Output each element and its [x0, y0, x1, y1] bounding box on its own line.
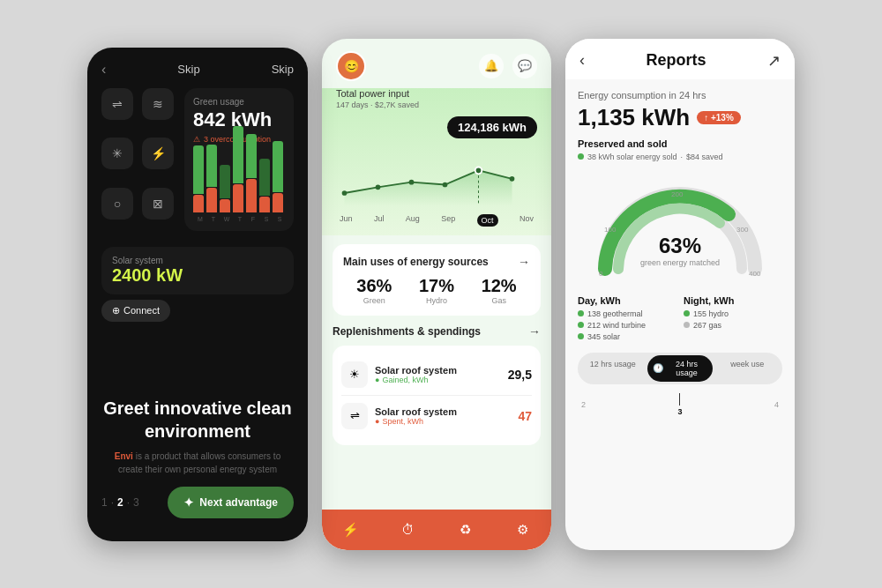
pagination-row: 1 · 2 · 3 ✦ Next advantage	[101, 487, 294, 518]
icon-waves[interactable]: ≋	[142, 88, 174, 120]
nav-bolt[interactable]: ⚡	[338, 517, 364, 543]
screen-1: ‹ Skip Skip ⇌ ≋ ✳ ⚡ ○ ⊠ Green usage 842 …	[87, 48, 308, 541]
wind-label: 212 wind turbine	[587, 321, 646, 330]
month-labels: Jun Jul Aug Sep Oct Nov	[336, 214, 537, 227]
bar-chart	[193, 151, 285, 212]
next-button[interactable]: ✦ Next advantage	[168, 487, 294, 518]
preserved-sep: ·	[681, 153, 684, 161]
metric-wind: 212 wind turbine	[578, 321, 676, 330]
total-power-label: Total power input	[336, 88, 537, 99]
replenish-header: Replenishments & spendings →	[333, 324, 541, 339]
energy-sources-title: Main uses of energy sources	[343, 256, 489, 268]
energy-sources-header: Main uses of energy sources →	[343, 255, 530, 269]
replenish-info-1: Solar roof system ● Gained, kWh	[375, 365, 501, 384]
solar-value: 2400 kW	[112, 265, 183, 286]
svg-text:100: 100	[604, 226, 617, 234]
preserved-label: Preserved and sold	[578, 138, 782, 149]
marker-3-current: 3	[677, 393, 682, 416]
active-month[interactable]: Oct	[477, 214, 498, 227]
nav-gear[interactable]: ⚙	[510, 517, 536, 543]
spent-dot: ●	[375, 417, 379, 426]
wind-dot	[578, 322, 584, 328]
tab-24hrs[interactable]: 🕐 24 hrs usage	[647, 355, 712, 382]
geo-dot	[578, 310, 584, 316]
screen-2: 😊 🔔 💬 Total power input 147 days · $2,7K…	[322, 39, 551, 550]
icon-grid: ⇌ ≋ ✳ ⚡ ○ ⊠	[101, 88, 176, 231]
svg-point-0	[342, 190, 348, 196]
headline: Greet innovative clean environment	[101, 397, 294, 443]
dot-1: 1	[101, 496, 108, 509]
timeline: 2 3 4	[578, 393, 782, 416]
back-icon[interactable]: ‹	[101, 62, 106, 78]
wind-icon-2: ⇌	[341, 403, 368, 429]
energy-cons-value-row: 1,135 kWh ↑ +13%	[578, 104, 782, 131]
share-icon[interactable]: ↗	[767, 51, 781, 71]
green-type: Green	[356, 296, 392, 305]
timeline-line	[679, 393, 680, 406]
energy-sources-arrow[interactable]: →	[518, 255, 530, 269]
avatar[interactable]: 😊	[336, 51, 366, 81]
replenish-name-2: Solar roof system	[375, 406, 511, 417]
icon-sun[interactable]: ✳	[101, 138, 133, 169]
bottom-nav: ⚡ ⏱ ♻ ⚙	[322, 510, 551, 550]
svg-point-3	[443, 182, 448, 187]
kwh-badge: 124,186 kWh	[447, 116, 537, 138]
svg-text:300: 300	[736, 226, 749, 234]
nav-clock[interactable]: ⏱	[395, 517, 422, 543]
s3-back-icon[interactable]: ‹	[579, 51, 585, 70]
gas-dot	[684, 322, 690, 328]
nav-recycle[interactable]: ♻	[452, 517, 479, 543]
preserved-dot	[578, 153, 584, 160]
bell-icon[interactable]: 🔔	[479, 54, 504, 78]
next-label: Next advantage	[199, 496, 278, 509]
solar-label: 345 solar	[587, 332, 620, 341]
replenish-row-1: ☀ Solar roof system ● Gained, kWh 29,5	[341, 354, 532, 396]
preserved-sub2: $84 saved	[686, 153, 723, 161]
svg-text:200: 200	[671, 190, 684, 198]
tab-24hrs-label: 24 hrs usage	[666, 360, 706, 377]
solar-label: Solar system	[112, 256, 183, 265]
tab-week[interactable]: week use	[715, 355, 780, 382]
metric-solar: 345 solar	[578, 332, 676, 341]
replenish-val-2: 47	[518, 409, 532, 423]
chat-icon[interactable]: 💬	[512, 54, 537, 78]
tab-12hrs[interactable]: 12 hrs usage	[580, 355, 645, 382]
icon-leaf[interactable]: ○	[101, 188, 133, 220]
s1-header: ‹ Skip Skip	[101, 62, 294, 78]
replenish-name-1: Solar roof system	[375, 365, 501, 376]
gauge-label: green energy matched	[640, 258, 720, 267]
icon-bolt[interactable]: ⚡	[142, 138, 174, 169]
connect-button[interactable]: ⊕ Connect	[101, 300, 170, 322]
time-tabs: 12 hrs usage 🕐 24 hrs usage week use	[578, 353, 782, 384]
gas-label: 267 gas	[693, 321, 721, 330]
gauge-container: 0 100 200 300 400 63% green energy match…	[578, 172, 782, 287]
day-col-label: Day, kWh	[578, 295, 676, 306]
skip-button-1[interactable]: Skip	[177, 63, 199, 76]
preserved-sub: 38 kWh solar energy sold · $84 saved	[578, 153, 782, 161]
skip-button-2[interactable]: Skip	[272, 63, 294, 76]
total-sublabel: 147 days · $2,7K saved	[336, 100, 537, 109]
night-col: Night, kWh 155 hydro 267 gas	[684, 295, 782, 344]
energy-sources-row: 36% Green 17% Hydro 12% Gas	[343, 276, 530, 305]
svg-text:400: 400	[749, 270, 761, 278]
screens-container: ‹ Skip Skip ⇌ ≋ ✳ ⚡ ○ ⊠ Green usage 842 …	[0, 0, 882, 588]
hydro-type: Hydro	[419, 296, 454, 305]
replenish-title: Replenishments & spendings	[333, 325, 481, 338]
hydro-label: 155 hydro	[693, 309, 729, 318]
solar-icon-1: ☀	[341, 361, 368, 388]
solar-card: Solar system 2400 kW	[101, 247, 294, 294]
s2-body: Main uses of energy sources → 36% Green …	[322, 235, 551, 510]
line-chart-svg	[336, 145, 537, 207]
green-pct: 36%	[356, 276, 392, 296]
gauge-center: 63% green energy matched	[640, 234, 720, 267]
replenish-val-1: 29,5	[508, 368, 532, 382]
replenish-arrow[interactable]: →	[528, 324, 541, 339]
energy-source-green: 36% Green	[356, 276, 392, 305]
svg-point-2	[409, 179, 415, 184]
day-night-grid: Day, kWh 138 geothermal 212 wind turbine…	[578, 295, 782, 344]
icon-recycle[interactable]: ⊠	[142, 188, 174, 220]
replenish-info-2: Solar roof system ● Spent, kWh	[375, 406, 511, 426]
energy-badge: ↑ +13%	[697, 111, 741, 124]
star-icon: ✦	[183, 495, 194, 510]
icon-wind[interactable]: ⇌	[101, 88, 133, 120]
